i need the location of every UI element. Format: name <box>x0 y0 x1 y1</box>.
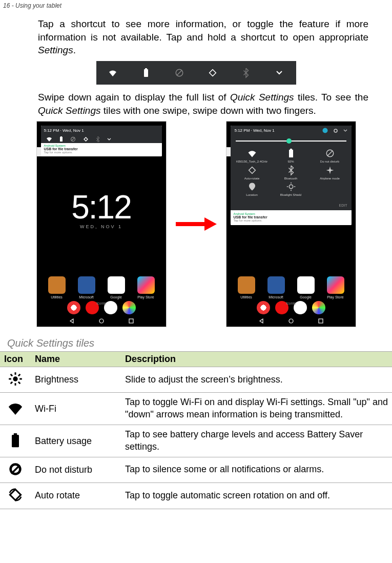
tile-airplane: Airplane mode <box>311 166 349 180</box>
p1-settings: Settings <box>38 45 73 55</box>
table-row: Wi-Fi Tap to toggle Wi-Fi on and display… <box>0 393 392 425</box>
svg-rect-4 <box>210 70 216 76</box>
bluetooth-icon <box>96 136 100 142</box>
lock-time: 5:12 <box>37 188 166 226</box>
th-desc: Description <box>121 352 392 367</box>
svg-rect-15 <box>289 150 293 157</box>
notif-sub: Tap for more options. <box>44 151 159 154</box>
app-google: Google <box>297 276 315 299</box>
svg-rect-36 <box>12 435 19 447</box>
p2-a: Swipe down again to display the full lis… <box>38 92 230 103</box>
chevron-down-icon <box>107 138 111 140</box>
app-row: Utilities Microsoft Google Play Store <box>37 276 166 299</box>
wifi-icon <box>7 400 24 417</box>
intro-paragraph-2: Swipe down again to display the full lis… <box>0 91 392 117</box>
p1-post: . <box>73 45 76 55</box>
bluetooth-icon <box>231 68 261 77</box>
svg-point-13 <box>322 128 327 133</box>
notif-title: USB for file transfer <box>234 215 348 219</box>
app-row: Utilities Microsoft Google Play Store <box>226 276 356 299</box>
nav-home-icon <box>99 318 104 324</box>
app-microsoft: Microsoft <box>78 276 95 299</box>
tile-bluetooth: Bluetooth <box>272 166 311 180</box>
brand-label: Iconia <box>37 301 166 305</box>
table-row: Do not disturb Tap to silence some or al… <box>0 457 392 482</box>
intro-paragraph-1: Tap a shortcut to see more information, … <box>0 17 392 57</box>
quick-settings-panel: 5:12 PM · Wed, Nov 1 KB0150_Tosh_2.4GHz … <box>231 126 352 225</box>
phone-before: 5:12 PM · Wed, Nov 1 Android System USB … <box>36 121 167 327</box>
auto-rotate-icon <box>197 68 228 77</box>
svg-rect-6 <box>60 136 62 137</box>
nav-recent-icon <box>318 318 323 324</box>
nav-bar <box>37 316 166 326</box>
section-heading: Quick Settings tiles <box>0 334 392 351</box>
wifi-icon <box>46 136 52 142</box>
p2-c: tiles. To see the <box>294 92 368 103</box>
nav-recent-icon <box>129 318 134 324</box>
svg-line-3 <box>177 70 182 76</box>
page-header: 16 - Using your tablet <box>0 2 392 14</box>
svg-rect-1 <box>145 68 147 69</box>
battery-icon <box>59 136 63 142</box>
edit-label: EDIT <box>231 202 352 210</box>
row-desc: Tap to toggle automatic screen rotation … <box>121 482 392 509</box>
status-time: 5:12 PM · Wed, Nov 1 <box>41 126 162 135</box>
app-playstore: Play Store <box>137 276 155 299</box>
brand-label: Iconia <box>226 301 356 305</box>
row-desc: Tap to silence some or all notifications… <box>121 457 392 482</box>
p1-a: Tap a shortcut to see more information, … <box>38 18 368 43</box>
battery-icon <box>131 68 161 77</box>
nav-bar <box>226 316 356 326</box>
qs-tiles-grid: KB0150_Tosh_2.4GHz 92% Do not disturb Au… <box>231 145 352 202</box>
phones-figure: 5:12 PM · Wed, Nov 1 Android System USB … <box>0 121 392 327</box>
svg-point-20 <box>289 185 293 189</box>
wifi-icon <box>97 69 128 76</box>
row-name: Do not disturb <box>31 457 121 482</box>
svg-point-25 <box>289 319 293 323</box>
svg-line-32 <box>11 374 13 376</box>
notif-sub: Tap for more options. <box>234 219 348 222</box>
app-playstore: Play Store <box>327 276 344 299</box>
table-row: Battery usage Tap to see battery charge … <box>0 425 392 457</box>
row-desc: Slide to adjust the screen’s brightness. <box>121 367 392 393</box>
nav-home-icon <box>288 318 294 324</box>
tile-bluelight: Bluelight Shield <box>272 182 311 197</box>
qs-time: 5:12 PM · Wed, Nov 1 <box>235 128 275 133</box>
row-name: Brightness <box>31 367 121 393</box>
svg-rect-5 <box>60 137 63 142</box>
svg-rect-12 <box>176 222 204 226</box>
tile-battery: 92% <box>272 149 311 164</box>
svg-point-14 <box>334 129 337 132</box>
phone-after: 5:12 PM · Wed, Nov 1 KB0150_Tosh_2.4GHz … <box>226 121 356 327</box>
lock-date: WED, NOV 1 <box>37 224 166 229</box>
auto-rotate-icon <box>7 487 24 503</box>
qs-row <box>41 135 162 143</box>
brightness-icon <box>7 371 24 387</box>
svg-line-33 <box>18 382 20 384</box>
row-desc: Tap to toggle Wi-Fi on and display Wi-Fi… <box>121 393 392 425</box>
qs-header: 5:12 PM · Wed, Nov 1 <box>231 126 352 135</box>
row-name: Auto rotate <box>31 482 121 509</box>
auto-rotate-icon <box>83 136 89 142</box>
p2-d: Quick Settings <box>38 105 101 116</box>
svg-line-18 <box>327 151 333 156</box>
svg-line-34 <box>11 382 13 384</box>
tile-empty <box>311 182 349 197</box>
svg-rect-19 <box>249 167 255 173</box>
table-row: Auto rotate Tap to toggle automatic scre… <box>0 482 392 509</box>
row-desc: Tap to see battery charge levels and acc… <box>121 425 392 457</box>
app-google: Google <box>108 276 125 299</box>
th-icon: Icon <box>0 352 31 367</box>
app-utilities: Utilities <box>238 276 255 299</box>
app-microsoft: Microsoft <box>267 276 285 299</box>
svg-rect-9 <box>84 137 87 141</box>
svg-rect-16 <box>290 149 292 150</box>
notification-card: Android System USB for file transfer Tap… <box>41 143 162 156</box>
tile-location: Location <box>233 182 272 197</box>
svg-rect-11 <box>129 319 133 323</box>
quick-settings-table: Icon Name Description Brightness Slide t… <box>0 351 392 509</box>
dnd-icon <box>70 136 76 142</box>
quick-settings-bar-figure <box>96 61 296 85</box>
tile-dnd: Do not disturb <box>311 149 349 164</box>
nav-back-icon <box>69 318 74 324</box>
